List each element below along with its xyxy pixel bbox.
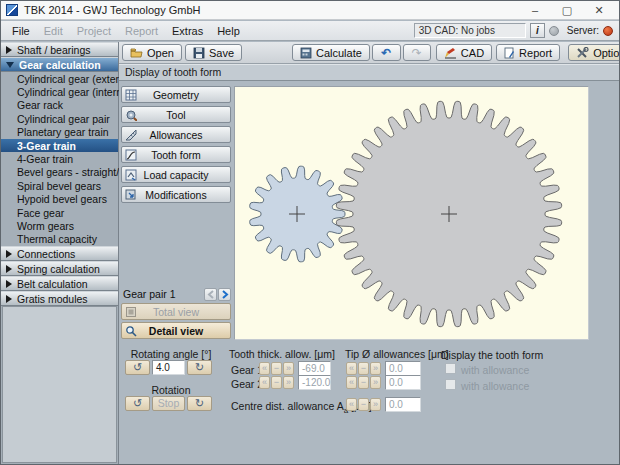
sidebar-item-3-gear-train[interactable]: 3-Gear train	[1, 139, 118, 152]
chevron-right-icon	[6, 250, 12, 258]
open-folder-icon	[130, 47, 143, 59]
save-button[interactable]: Save	[185, 44, 242, 61]
rotate-ccw-button[interactable]: ↺	[125, 360, 150, 375]
redo-button: ↷	[403, 44, 431, 61]
tip2-stepper-down-icon: «	[346, 376, 357, 389]
centre-stepper-minus-icon: −	[358, 398, 369, 411]
magnifier-icon	[125, 325, 137, 337]
gear1-allowance-input[interactable]: -69.0	[298, 361, 331, 376]
chevron-right-icon	[6, 280, 12, 288]
geometry-button[interactable]: Geometry	[121, 86, 231, 103]
next-gear-pair-button[interactable]	[218, 288, 231, 301]
gear2-stepper-up-icon: »	[283, 376, 294, 389]
menu-extras[interactable]: Extras	[165, 23, 210, 39]
rotate-cw-icon: ↻	[195, 397, 204, 409]
calculator-icon	[300, 47, 312, 59]
sidebar-section-connections[interactable]: Connections	[1, 246, 118, 261]
rotation-cw-button[interactable]: ↻	[187, 396, 212, 411]
tooth-thick-header: Tooth thick. allow. [μm]	[229, 348, 333, 360]
undo-button[interactable]: ↶	[372, 44, 401, 61]
with-allowance-checkbox-1	[445, 363, 456, 374]
rotate-cw-button[interactable]: ↻	[187, 360, 212, 375]
tip1-stepper-minus-icon: −	[358, 362, 369, 375]
tip2-stepper-minus-icon: −	[358, 376, 369, 389]
sidebar-item-planetary-gear-train[interactable]: Planetary gear train	[1, 126, 118, 139]
menu-edit: Edit	[37, 23, 70, 39]
sidebar-section-spring-calculation[interactable]: Spring calculation	[1, 261, 118, 276]
menu-file[interactable]: File	[5, 23, 37, 39]
sidebar-empty-panel	[2, 306, 117, 463]
rotate-ccw-icon: ↺	[133, 361, 142, 373]
cad-led	[549, 26, 559, 36]
chevron-right-icon	[221, 290, 229, 299]
modifications-icon	[125, 189, 137, 201]
gear1-stepper-down-icon: «	[259, 362, 270, 375]
tooth-form-curve-icon	[125, 149, 137, 161]
open-button[interactable]: Open	[122, 44, 182, 61]
with-allowance-label-1: with allowance	[461, 364, 529, 376]
title-bar: TBK 2014 - GWJ Technology GmbH – ▢ ✕	[1, 1, 619, 20]
load-capacity-icon	[125, 169, 137, 181]
report-document-icon	[504, 47, 515, 59]
cad-button[interactable]: CAD	[436, 44, 492, 61]
sidebar-item-4-gear-train[interactable]: 4-Gear train	[1, 152, 118, 165]
centre-stepper-up-icon: »	[370, 398, 381, 411]
tooth-form-canvas[interactable]	[234, 86, 589, 340]
section-title: Display of tooth form	[119, 64, 620, 81]
tool-button[interactable]: Tool	[121, 106, 231, 123]
minimize-button[interactable]: –	[519, 1, 551, 19]
rotation-ccw-button[interactable]: ↺	[125, 396, 150, 411]
rotate-ccw-icon: ↺	[133, 397, 142, 409]
sidebar-section-gear-calculation[interactable]: Gear calculation	[1, 57, 118, 72]
maximize-button[interactable]: ▢	[551, 1, 583, 19]
redo-icon: ↷	[412, 47, 422, 59]
sidebar-section-shaft-bearings[interactable]: Shaft / bearings	[1, 42, 118, 57]
with-allowance-checkbox-2	[445, 379, 456, 390]
options-button[interactable]: Options	[568, 44, 620, 61]
previous-gear-pair-button	[204, 288, 217, 301]
gear2-stepper-minus-icon: −	[271, 376, 282, 389]
calculate-button[interactable]: Calculate	[292, 44, 370, 61]
gear2-stepper-down-icon: «	[259, 376, 270, 389]
sidebar-item-worm-gears[interactable]: Worm gears	[1, 219, 118, 232]
tip1-allowance-input[interactable]: 0.0	[385, 361, 421, 376]
with-allowance-label-2: with allowance	[461, 380, 529, 392]
sidebar-item-face-gear[interactable]: Face gear	[1, 206, 118, 219]
info-button[interactable]: i	[530, 23, 545, 38]
rotation-label: Rotation	[119, 384, 223, 396]
sidebar-item-gear-rack[interactable]: Gear rack	[1, 99, 118, 112]
centre-allowance-input[interactable]: 0.0	[385, 397, 421, 412]
report-button[interactable]: Report	[496, 44, 560, 61]
menu-bar: File Edit Project Report Extras Help 3D …	[1, 21, 619, 41]
menu-report: Report	[118, 23, 165, 39]
menu-help[interactable]: Help	[210, 23, 247, 39]
sidebar-item-cylindrical-gear-external[interactable]: Cylindrical gear (external)	[1, 72, 118, 85]
sidebar-section-belt-calculation[interactable]: Belt calculation	[1, 276, 118, 291]
sidebar-item-spiral-bevel-gears[interactable]: Spiral bevel gears	[1, 179, 118, 192]
sidebar-item-bevel-gears[interactable]: Bevel gears - straight/helical	[1, 166, 118, 179]
toolbar: Open Save Calculate ↶ ↷ CAD	[119, 42, 620, 64]
server-led	[603, 26, 613, 36]
sidebar-item-thermal-capacity[interactable]: Thermal capacity	[1, 233, 118, 246]
gear1-stepper-up-icon: »	[283, 362, 294, 375]
rotating-angle-input[interactable]: 4.0	[152, 360, 185, 375]
gear2-allowance-input[interactable]: -120.0	[298, 375, 331, 390]
sidebar-section-gratis-modules[interactable]: Gratis modules	[1, 291, 118, 306]
tooth-form-button[interactable]: Tooth form	[121, 146, 231, 163]
detail-view-button[interactable]: Detail view	[121, 322, 231, 339]
controls-area: Rotating angle [°] ↺ 4.0 ↻ Rotation ↺ St…	[119, 343, 620, 423]
modifications-button[interactable]: Modifications	[121, 186, 231, 203]
cad-status-box: 3D CAD: No jobs	[414, 23, 526, 38]
sidebar-item-cylindrical-gear-pair[interactable]: Cylindrical gear pair	[1, 112, 118, 125]
sidebar-item-cylindrical-gear-internal[interactable]: Cylindrical gear (internal)	[1, 85, 118, 98]
close-button[interactable]: ✕	[583, 1, 615, 19]
window-title: TBK 2014 - GWJ Technology GmbH	[24, 4, 200, 16]
tip1-stepper-up-icon: »	[370, 362, 381, 375]
total-view-button: Total view	[121, 303, 231, 320]
total-view-icon	[125, 306, 137, 318]
allowances-button[interactable]: Allowances	[121, 126, 231, 143]
sidebar-item-hypoid-bevel-gears[interactable]: Hypoid bevel gears	[1, 193, 118, 206]
load-capacity-button[interactable]: Load capacity	[121, 166, 231, 183]
tip2-allowance-input[interactable]: 0.0	[385, 375, 421, 390]
tip1-stepper-down-icon: «	[346, 362, 357, 375]
